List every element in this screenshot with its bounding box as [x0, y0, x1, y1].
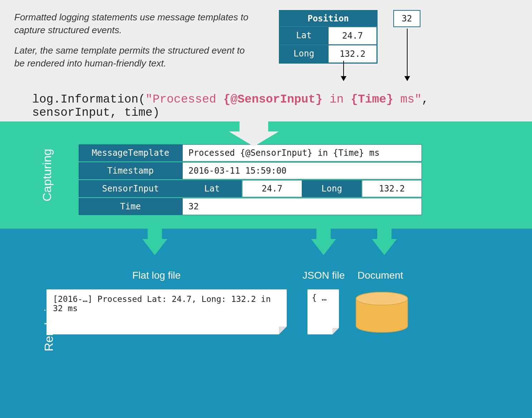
svg-marker-0: [229, 121, 279, 146]
json-output: { …: [307, 289, 339, 334]
svg-marker-3: [372, 219, 397, 255]
log-prefix: log.Information(: [32, 93, 146, 106]
log-string-mid: in: [322, 93, 351, 106]
arrow-from-time: [407, 29, 408, 81]
intro-paragraph-1: Formatted logging statements use message…: [14, 11, 257, 37]
rendering-section: Rendering Flat log file JSON file Docume…: [0, 229, 532, 418]
flow-arrow-doc: [372, 219, 397, 255]
flow-arrow-json: [311, 219, 336, 255]
flow-arrow-flat: [142, 219, 167, 255]
capture-timestamp-label: Timestamp: [79, 162, 182, 179]
position-title: Position: [280, 11, 377, 26]
position-long-label: Long: [280, 45, 328, 63]
capture-sensor-long-label: Long: [302, 180, 362, 197]
capture-sensor-lat-value: 24.7: [242, 180, 302, 197]
page-corner-icon: [279, 327, 287, 334]
capture-time-value: 32: [182, 198, 422, 215]
capturing-label: Capturing: [40, 149, 54, 201]
capture-template-label: MessageTemplate: [79, 144, 182, 161]
capture-template-value: Processed {@SensorInput} in {Time} ms: [182, 144, 422, 161]
capture-time-label: Time: [79, 198, 182, 215]
log-statement: log.Information("Processed {@SensorInput…: [32, 93, 518, 119]
output-json-label: JSON file: [302, 270, 345, 281]
log-token-time: {Time}: [351, 93, 393, 106]
capture-sensor-lat-label: Lat: [182, 180, 242, 197]
log-token-sensor: {@SensorInput}: [223, 93, 322, 106]
capture-sensor-long-value: 132.2: [362, 180, 422, 197]
position-box: Position Lat 24.7 Long 132.2: [279, 10, 378, 64]
arrow-from-position: [343, 61, 344, 81]
time-box: 32: [393, 10, 420, 27]
position-lat-value: 24.7: [328, 27, 377, 45]
intro-text: Formatted logging statements use message…: [14, 11, 257, 70]
page-corner-icon: [332, 328, 339, 334]
database-icon: [355, 292, 409, 333]
flat-log-output: [2016-…] Processed Lat: 24.7, Long: 132.…: [46, 289, 287, 334]
intro-section: Formatted logging statements use message…: [0, 0, 532, 121]
capture-sensor-label: SensorInput: [79, 180, 182, 197]
json-content: { …: [312, 293, 327, 302]
svg-marker-2: [311, 219, 336, 255]
time-box-value: 32: [402, 14, 412, 24]
intro-paragraph-2: Later, the same template permits the str…: [14, 44, 257, 70]
capture-table: MessageTemplate Processed {@SensorInput}…: [79, 144, 422, 216]
svg-point-5: [356, 292, 408, 305]
svg-marker-1: [142, 219, 167, 255]
flow-arrow-main: [229, 121, 279, 146]
output-flat-label: Flat log file: [132, 270, 181, 281]
log-string-open: "Processed: [146, 93, 223, 106]
log-string-close: ms": [393, 93, 422, 106]
output-doc-label: Document: [358, 270, 403, 281]
position-long-value: 132.2: [328, 45, 377, 63]
capture-sensor-nested: Lat 24.7 Long 132.2: [182, 180, 422, 197]
capture-timestamp-value: 2016-03-11 15:59:00: [182, 162, 422, 179]
position-lat-label: Lat: [280, 27, 328, 45]
flat-log-content: [2016-…] Processed Lat: 24.7, Long: 132.…: [53, 294, 271, 313]
